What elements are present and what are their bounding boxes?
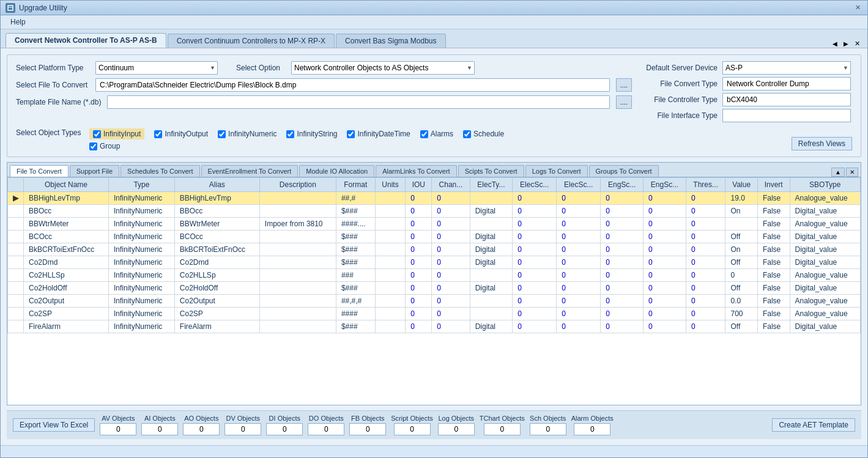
col-electy[interactable]: ElecTy... bbox=[470, 178, 513, 192]
tabs-scroll-left[interactable]: ◀ bbox=[830, 40, 840, 47]
obj-group-label: TChart Objects bbox=[480, 415, 525, 422]
platform-select[interactable]: Continuum bbox=[95, 61, 218, 75]
file-interface-type-input bbox=[722, 109, 851, 122]
checkbox-schedule[interactable]: Schedule bbox=[463, 130, 504, 138]
table-row[interactable]: Co2HLLSpInfinityNumericCo2HLLSp###000000… bbox=[8, 269, 861, 282]
obj-group-input[interactable] bbox=[349, 423, 386, 435]
col-engsc1[interactable]: EngSc... bbox=[601, 178, 644, 192]
template-label: Template File Name (*.db) bbox=[16, 98, 101, 106]
window-close-button[interactable]: ✕ bbox=[853, 3, 862, 13]
table-row[interactable]: Co2SPInfinityNumericCo2SP####0000000700F… bbox=[8, 308, 861, 320]
tab-logs[interactable]: Logs To Convert bbox=[525, 165, 588, 177]
tab-schedules[interactable]: Schedules To Convert bbox=[121, 165, 199, 177]
checkbox-infinity-output[interactable]: InfinityOutput bbox=[154, 130, 208, 138]
table-row[interactable]: Co2OutputInfinityNumericCo2Output##,#,#0… bbox=[8, 295, 861, 308]
col-arrow bbox=[8, 178, 24, 192]
col-elecsc1[interactable]: ElecSc... bbox=[513, 178, 557, 192]
tab-event-enrollment[interactable]: EventEnrollment To Convert bbox=[201, 165, 299, 177]
checkbox-infinity-numeric[interactable]: InfinityNumeric bbox=[218, 130, 276, 138]
table-row[interactable]: BBOccInfinityNumericBBOcc$###00Digital00… bbox=[8, 205, 861, 218]
template-input[interactable] bbox=[107, 95, 609, 109]
table-row[interactable]: FireAlarmInfinityNumericFireAlarm$###00D… bbox=[8, 320, 861, 333]
obj-group-ao-objects: AO Objects bbox=[183, 415, 220, 435]
col-value[interactable]: Value bbox=[725, 178, 757, 192]
option-select[interactable]: Network Controller Objects to AS Objects bbox=[291, 61, 475, 75]
col-engsc2[interactable]: EngSc... bbox=[644, 178, 686, 192]
data-table-container[interactable]: Object Name Type Alias Description Forma… bbox=[7, 177, 861, 405]
file-controller-type-input bbox=[722, 93, 851, 106]
file-interface-type-label: File Interface Type bbox=[644, 111, 718, 120]
tab-groups[interactable]: Groups To Convert bbox=[589, 165, 659, 177]
table-row[interactable]: BkBCRToiExtFnOccInfinityNumericBkBCRToiE… bbox=[8, 243, 861, 256]
tab-convert-continuum[interactable]: Convert Continuum Controllers to MP-X RP… bbox=[168, 34, 335, 48]
tab-file-to-convert[interactable]: File To Convert bbox=[10, 165, 69, 177]
col-invert[interactable]: Invert bbox=[757, 178, 790, 192]
obj-group-label: FB Objects bbox=[351, 415, 384, 422]
checkbox-infinity-datetime[interactable]: InfinityDateTime bbox=[347, 130, 410, 138]
checkbox-infinity-string[interactable]: InfinityString bbox=[286, 130, 337, 138]
col-alias[interactable]: Alias bbox=[174, 178, 259, 192]
tab-support-file[interactable]: Support File bbox=[70, 165, 119, 177]
col-type[interactable]: Type bbox=[108, 178, 174, 192]
tab-module-io[interactable]: Module IO Allocation bbox=[299, 165, 374, 177]
export-excel-button[interactable]: Export View To Excel bbox=[13, 418, 95, 432]
tabs-scroll-right[interactable]: ▶ bbox=[841, 40, 851, 47]
col-format[interactable]: Format bbox=[336, 178, 375, 192]
col-elecsc2[interactable]: ElecSc... bbox=[557, 178, 601, 192]
obj-group-ai-objects: AI Objects bbox=[141, 415, 178, 435]
tab-close-btn[interactable]: ✕ bbox=[846, 168, 858, 177]
obj-group-input[interactable] bbox=[224, 423, 261, 435]
create-aet-button[interactable]: Create AET Template bbox=[772, 418, 855, 432]
obj-group-input[interactable] bbox=[183, 423, 220, 435]
file-convert-label: Select File To Convert bbox=[16, 81, 89, 89]
option-label: Select Option bbox=[236, 64, 285, 72]
content-tabs-area: File To Convert Support File Schedules T… bbox=[7, 162, 861, 405]
obj-group-input[interactable] bbox=[484, 423, 521, 435]
file-convert-type-input bbox=[722, 77, 851, 90]
col-object-name[interactable]: Object Name bbox=[24, 178, 109, 192]
col-thres[interactable]: Thres... bbox=[686, 178, 725, 192]
tab-scripts[interactable]: Scipts To Convert bbox=[458, 165, 524, 177]
col-units[interactable]: Units bbox=[375, 178, 406, 192]
obj-group-label: AI Objects bbox=[144, 415, 176, 422]
obj-group-script-objects: Script Objects bbox=[391, 415, 432, 435]
content-tabs-bar: File To Convert Support File Schedules T… bbox=[7, 163, 861, 177]
tab-alarm-links[interactable]: AlarmLinks To Convert bbox=[376, 165, 456, 177]
checkbox-alarms[interactable]: Alarms bbox=[420, 130, 453, 138]
file-convert-browse[interactable]: .... bbox=[616, 78, 632, 92]
obj-group-input[interactable] bbox=[530, 423, 566, 435]
bottom-bar: Export View To Excel AV ObjectsAI Object… bbox=[7, 410, 861, 439]
refresh-views-button[interactable]: Refresh Views bbox=[792, 137, 852, 150]
col-iou[interactable]: IOU bbox=[406, 178, 432, 192]
obj-group-label: DV Objects bbox=[226, 415, 260, 422]
col-sbotype[interactable]: SBOType bbox=[790, 178, 860, 192]
obj-group-input[interactable] bbox=[266, 423, 303, 435]
checkbox-infinity-input[interactable]: InfinityInput bbox=[89, 128, 144, 139]
table-row[interactable]: ▶BBHighLevTmpInfinityNumericBBHighLevTmp… bbox=[8, 192, 861, 205]
obj-group-input[interactable] bbox=[308, 423, 344, 435]
table-row[interactable]: BCOccInfinityNumericBCOcc$###00Digital00… bbox=[8, 231, 861, 243]
obj-group-label: Sch Objects bbox=[530, 415, 566, 422]
help-menu[interactable]: Help bbox=[6, 17, 31, 28]
obj-group-input[interactable] bbox=[438, 423, 475, 435]
obj-group-input[interactable] bbox=[141, 423, 178, 435]
col-description[interactable]: Description bbox=[259, 178, 336, 192]
tabs-close[interactable]: ✕ bbox=[852, 40, 862, 48]
tab-convert-network[interactable]: Convert Netwok Controller To AS-P AS-B bbox=[6, 33, 166, 48]
default-server-select[interactable]: AS-P bbox=[722, 61, 851, 75]
template-browse[interactable]: .... bbox=[616, 95, 632, 109]
config-section: Select Platform Type Continuum Select Op… bbox=[7, 54, 861, 157]
tab-scroll-left[interactable]: ▲ bbox=[831, 168, 845, 177]
obj-group-input[interactable] bbox=[100, 423, 136, 435]
table-row[interactable]: Co2HoldOffInfinityNumericCo2HoldOff$###0… bbox=[8, 282, 861, 295]
file-convert-input[interactable] bbox=[95, 78, 610, 92]
col-chan[interactable]: Chan... bbox=[432, 178, 470, 192]
obj-group-input[interactable] bbox=[394, 423, 431, 435]
checkbox-group[interactable]: Group bbox=[89, 142, 120, 150]
obj-group-label: DO Objects bbox=[309, 415, 344, 422]
table-row[interactable]: BBWtrMeterInfinityNumericBBWtrMeterImpoe… bbox=[8, 218, 861, 231]
obj-group-input[interactable] bbox=[574, 423, 610, 435]
tab-convert-bas[interactable]: Convert Bas Sigma Modbus bbox=[336, 34, 445, 48]
table-row[interactable]: Co2DmdInfinityNumericCo2Dmd$###00Digital… bbox=[8, 256, 861, 269]
window-title: Upgrade Utility bbox=[19, 4, 853, 12]
